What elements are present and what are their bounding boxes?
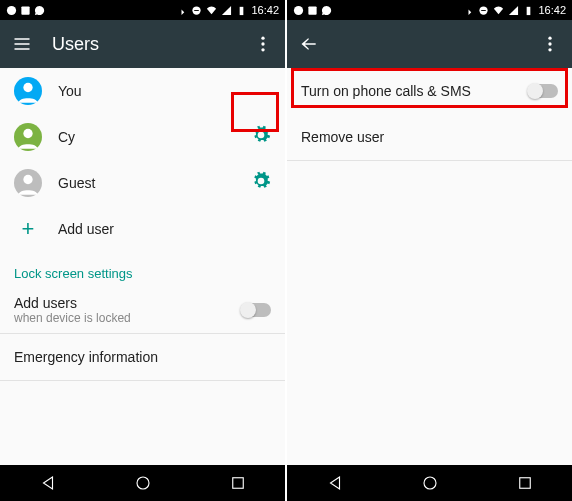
svg-point-23 (548, 48, 551, 51)
user-label: You (58, 83, 271, 99)
user-settings-button[interactable] (251, 125, 271, 149)
svg-rect-3 (195, 10, 200, 11)
avatar-icon (14, 77, 42, 105)
user-label: Cy (58, 129, 235, 145)
whatsapp-icon (34, 5, 45, 16)
signal-icon (221, 5, 232, 16)
svg-point-21 (548, 37, 551, 40)
bluetooth-icon (176, 5, 187, 16)
svg-point-14 (137, 477, 149, 489)
add-user-row[interactable]: + Add user (0, 206, 285, 252)
status-bar: 16:42 (0, 0, 285, 20)
avatar-icon (14, 169, 42, 197)
svg-rect-19 (482, 10, 487, 11)
svg-rect-20 (527, 6, 531, 14)
svg-point-11 (23, 129, 32, 138)
setting-title: Add users (14, 295, 225, 311)
setting-subtitle: when device is locked (14, 311, 225, 325)
app-bar: Users (0, 20, 285, 68)
svg-rect-17 (308, 6, 316, 14)
content-area: Turn on phone calls & SMS Remove user (287, 68, 572, 501)
svg-point-7 (261, 48, 264, 51)
overflow-icon[interactable] (540, 34, 560, 54)
overflow-icon[interactable] (253, 34, 273, 54)
hamburger-icon[interactable] (12, 34, 32, 54)
add-users-locked-row[interactable]: Add users when device is locked (0, 287, 285, 333)
home-icon[interactable] (421, 474, 439, 492)
app-bar (287, 20, 572, 68)
svg-rect-25 (519, 478, 530, 489)
svg-point-24 (424, 477, 436, 489)
user-settings-button[interactable] (251, 171, 271, 195)
messenger-icon (6, 5, 17, 16)
svg-point-16 (294, 5, 303, 14)
recents-icon[interactable] (516, 474, 534, 492)
phone-right: 16:42 Turn on phone calls & SMS Remove u… (287, 0, 572, 501)
wifi-icon (206, 5, 217, 16)
svg-point-5 (261, 37, 264, 40)
back-icon[interactable] (39, 474, 57, 492)
setting-title: Turn on phone calls & SMS (301, 83, 512, 99)
nav-bar (287, 465, 572, 501)
add-user-label: Add user (58, 221, 271, 237)
svg-rect-4 (240, 6, 244, 14)
back-arrow-icon[interactable] (299, 34, 319, 54)
avatar-icon (14, 123, 42, 151)
wifi-icon (493, 5, 504, 16)
section-heading: Lock screen settings (0, 252, 285, 287)
user-row-cy[interactable]: Cy (0, 114, 285, 160)
svg-point-0 (7, 5, 16, 14)
dnd-icon (191, 5, 202, 16)
user-row-you[interactable]: You (0, 68, 285, 114)
home-icon[interactable] (134, 474, 152, 492)
svg-rect-1 (21, 6, 29, 14)
back-icon[interactable] (326, 474, 344, 492)
clock: 16:42 (538, 4, 566, 16)
recents-icon[interactable] (229, 474, 247, 492)
setting-title: Remove user (301, 129, 558, 145)
signal-icon (508, 5, 519, 16)
toggle-switch[interactable] (241, 303, 271, 317)
divider (0, 380, 285, 381)
image-icon (307, 5, 318, 16)
content-area: You Cy Guest + Add user Lock screen sett… (0, 68, 285, 501)
svg-point-9 (23, 83, 32, 92)
battery-icon (523, 5, 534, 16)
nav-bar (0, 465, 285, 501)
svg-point-13 (23, 175, 32, 184)
bluetooth-icon (463, 5, 474, 16)
clock: 16:42 (251, 4, 279, 16)
image-icon (20, 5, 31, 16)
remove-user-row[interactable]: Remove user (287, 114, 572, 160)
svg-point-6 (261, 42, 264, 45)
toggle-switch[interactable] (528, 84, 558, 98)
page-title: Users (52, 34, 233, 55)
svg-point-22 (548, 42, 551, 45)
setting-title: Emergency information (14, 349, 271, 365)
dnd-icon (478, 5, 489, 16)
user-label: Guest (58, 175, 235, 191)
phone-sms-toggle-row[interactable]: Turn on phone calls & SMS (287, 68, 572, 114)
user-row-guest[interactable]: Guest (0, 160, 285, 206)
whatsapp-icon (321, 5, 332, 16)
svg-rect-15 (232, 478, 243, 489)
messenger-icon (293, 5, 304, 16)
battery-icon (236, 5, 247, 16)
divider (287, 160, 572, 161)
emergency-info-row[interactable]: Emergency information (0, 334, 285, 380)
phone-left: 16:42 Users You Cy Guest (0, 0, 285, 501)
status-bar: 16:42 (287, 0, 572, 20)
plus-icon: + (14, 216, 42, 242)
